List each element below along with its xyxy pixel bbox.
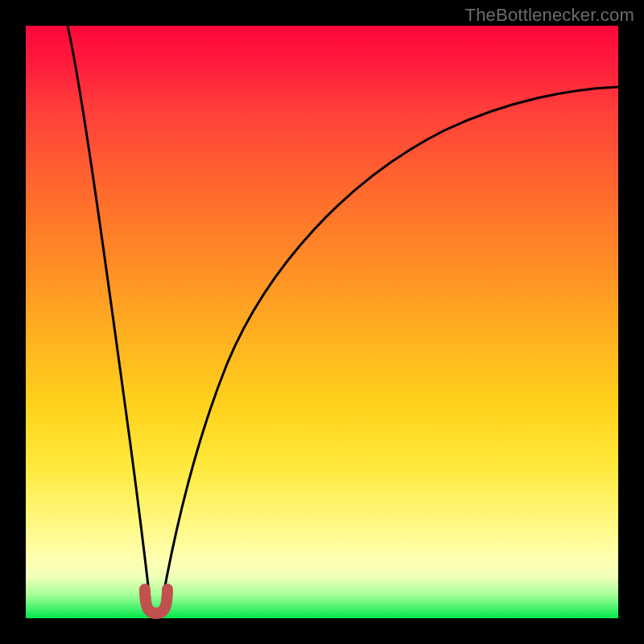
right-branch-path (163, 87, 618, 599)
curve-svg (26, 26, 618, 618)
left-branch-path (68, 26, 150, 599)
chart-frame: TheBottlenecker.com (0, 0, 644, 644)
plot-area (26, 26, 618, 618)
watermark-text: TheBottlenecker.com (465, 5, 634, 26)
cusp-marker-path (145, 589, 167, 613)
